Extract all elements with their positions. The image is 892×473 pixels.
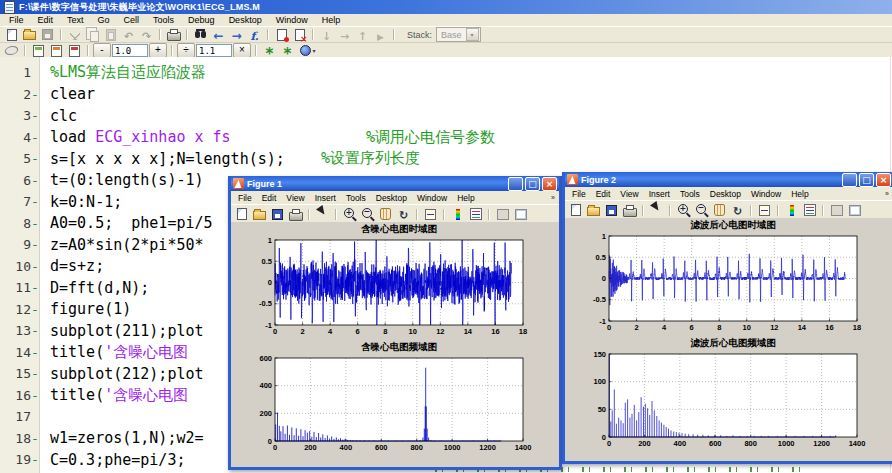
print-figure-icon[interactable]: [621, 203, 638, 217]
breakpoint-dash[interactable]: -: [31, 280, 39, 295]
window-titlebar[interactable]: F:\课件\数字信号处理\朱巍毕业论文\WORK1\ECG_LMS.M: [0, 0, 892, 14]
minimize-button[interactable]: _: [508, 177, 523, 191]
open-file-icon[interactable]: [251, 207, 268, 221]
menu-item-text[interactable]: Text: [60, 15, 91, 25]
breakpoint-dash[interactable]: -: [31, 130, 39, 145]
figure-menu-item-desktop[interactable]: Desktop: [705, 189, 746, 199]
save-figure-icon[interactable]: [269, 207, 286, 221]
menu-item-debug[interactable]: Debug: [181, 15, 222, 25]
code-line[interactable]: clc: [50, 105, 892, 127]
breakpoint-dash[interactable]: -: [31, 237, 39, 252]
breakpoint-dash[interactable]: -: [31, 108, 39, 123]
hide-plot-tools-icon[interactable]: [828, 203, 845, 217]
menu-item-desktop[interactable]: Desktop: [222, 15, 269, 25]
breakpoint-dash[interactable]: -: [31, 151, 39, 166]
figure-menu-item-insert[interactable]: Insert: [644, 189, 675, 199]
breakpoint-dash[interactable]: -: [31, 366, 39, 381]
figure-menu-item-edit[interactable]: Edit: [591, 189, 616, 199]
close-button[interactable]: ×: [542, 177, 557, 191]
figure1-titlebar[interactable]: Figure 1 _ □ ×: [231, 176, 559, 191]
line-number-gutter[interactable]: 12-3-4-5-6-7-8-9-10-11-12-13-14-15-16-17…: [0, 57, 40, 473]
breakpoint-dash[interactable]: -: [31, 87, 39, 102]
edit-plot-icon[interactable]: [314, 207, 331, 221]
menu-item-go[interactable]: Go: [91, 15, 117, 25]
menu-item-help[interactable]: Help: [315, 15, 348, 25]
zoom-in-icon[interactable]: [675, 203, 692, 217]
maximize-button[interactable]: □: [859, 173, 874, 187]
pan-icon[interactable]: [377, 207, 394, 221]
new-figure-icon[interactable]: [233, 207, 250, 221]
figure1-window[interactable]: Figure 1 _ □ × FileEditViewInsertToolsDe…: [228, 176, 562, 470]
rotate-3d-icon[interactable]: [395, 207, 412, 221]
figure2-window[interactable]: Figure 2 _ □ × FileEditViewInsertToolsDe…: [562, 172, 892, 464]
step-value-input[interactable]: [112, 44, 148, 57]
breakpoint-dash[interactable]: -: [31, 323, 39, 338]
menu-overflow-icon[interactable]: »: [885, 190, 891, 197]
figure-menu-item-file[interactable]: File: [233, 193, 257, 203]
figure-menu-item-help[interactable]: Help: [786, 189, 813, 199]
cell-mode-icon[interactable]: [3, 44, 20, 58]
go-back-icon[interactable]: [210, 28, 227, 42]
set-breakpoint-icon[interactable]: [273, 28, 290, 42]
figure-menu-item-tools[interactable]: Tools: [675, 189, 705, 199]
code-line[interactable]: %LMS算法自适应陷波器: [50, 62, 892, 84]
zoom-out-icon[interactable]: [693, 203, 710, 217]
new-figure-icon[interactable]: [567, 203, 584, 217]
rotate-3d-icon[interactable]: [729, 203, 746, 217]
figure-menu-item-help[interactable]: Help: [452, 193, 479, 203]
go-forward-icon[interactable]: [228, 28, 245, 42]
minimize-button[interactable]: _: [842, 173, 857, 187]
decrement-value-button[interactable]: -: [93, 43, 111, 58]
breakpoint-dash[interactable]: -: [31, 452, 39, 467]
zoom-in-icon[interactable]: [341, 207, 358, 221]
evaluate-cell-icon[interactable]: [48, 44, 65, 58]
insert-function-icon[interactable]: [246, 28, 263, 42]
figure1-plot-canvas[interactable]: 024681012141618-1-0.500.51含噪心电图时域图020040…: [231, 222, 559, 467]
zoom-out-icon[interactable]: [359, 207, 376, 221]
figure2-canvas[interactable]: 024681012141618-1-0.500.51滤波后心电图时域图02004…: [565, 218, 892, 461]
show-plot-tools-icon[interactable]: [846, 203, 863, 217]
breakpoint-dash[interactable]: -: [31, 302, 39, 317]
menu-item-cell[interactable]: Cell: [117, 15, 147, 25]
menu-overflow-icon[interactable]: »: [551, 194, 557, 201]
figure-menu-item-edit[interactable]: Edit: [257, 193, 282, 203]
figure-menu-item-tools[interactable]: Tools: [341, 193, 371, 203]
menu-item-file[interactable]: File: [2, 15, 31, 25]
breakpoint-dash[interactable]: -: [31, 431, 39, 446]
data-cursor-icon[interactable]: [422, 207, 439, 221]
insert-cell-divider-icon[interactable]: [30, 44, 47, 58]
menu-item-window[interactable]: Window: [269, 15, 315, 25]
figure-menu-item-insert[interactable]: Insert: [310, 193, 341, 203]
figure1-canvas[interactable]: 024681012141618-1-0.500.51含噪心电图时域图020040…: [231, 222, 559, 467]
breakpoint-dash[interactable]: -: [31, 216, 39, 231]
open-file-icon[interactable]: [585, 203, 602, 217]
maximize-button[interactable]: □: [525, 177, 540, 191]
figure-menu-item-file[interactable]: File: [567, 189, 591, 199]
figure2-titlebar[interactable]: Figure 2 _ □ ×: [565, 172, 892, 187]
menu-item-tools[interactable]: Tools: [146, 15, 181, 25]
breakpoint-dash[interactable]: -: [31, 388, 39, 403]
breakpoint-dash[interactable]: -: [31, 173, 39, 188]
menu-item-edit[interactable]: Edit: [31, 15, 61, 25]
pan-icon[interactable]: [711, 203, 728, 217]
figure-menu-item-view[interactable]: View: [615, 189, 643, 199]
edit-plot-icon[interactable]: [648, 203, 665, 217]
new-file-icon[interactable]: [3, 28, 20, 42]
figure-menu-item-desktop[interactable]: Desktop: [371, 193, 412, 203]
show-plot-tools-icon[interactable]: [512, 207, 529, 221]
print-icon[interactable]: [165, 28, 182, 42]
stack-dropdown[interactable]: Base▾: [436, 27, 481, 42]
print-figure-icon[interactable]: [287, 207, 304, 221]
data-cursor-icon[interactable]: [756, 203, 773, 217]
figure-menu-item-window[interactable]: Window: [746, 189, 786, 199]
publish-icon[interactable]: ▾: [297, 44, 319, 58]
insert-colorbar-icon[interactable]: [783, 203, 800, 217]
evaluate-cell-advance-icon[interactable]: [66, 44, 83, 58]
factor-value-input[interactable]: [196, 44, 232, 57]
figure-menu-item-window[interactable]: Window: [412, 193, 452, 203]
insert-legend-icon[interactable]: [801, 203, 818, 217]
code-line[interactable]: s=[x x x x x];N=length(s); %设置序列长度: [50, 148, 892, 170]
evaluate-file-icon[interactable]: [279, 44, 296, 58]
open-file-icon[interactable]: [21, 28, 38, 42]
breakpoint-dash[interactable]: -: [31, 259, 39, 274]
